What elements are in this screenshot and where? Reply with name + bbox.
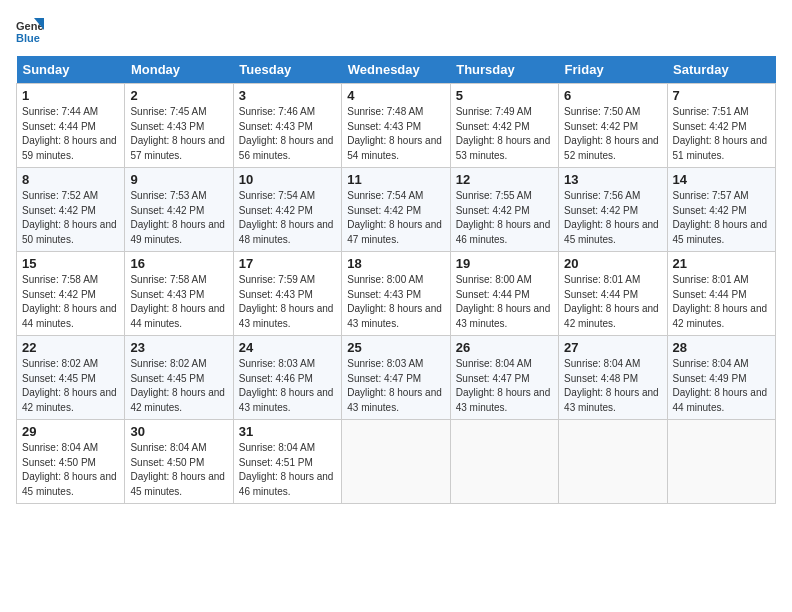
calendar-week-2: 8Sunrise: 7:52 AMSunset: 4:42 PMDaylight… (17, 168, 776, 252)
svg-text:Blue: Blue (16, 32, 40, 44)
day-info: Sunrise: 7:46 AMSunset: 4:43 PMDaylight:… (239, 105, 336, 163)
calendar-cell: 31Sunrise: 8:04 AMSunset: 4:51 PMDayligh… (233, 420, 341, 504)
day-info: Sunrise: 8:04 AMSunset: 4:47 PMDaylight:… (456, 357, 553, 415)
calendar-cell: 24Sunrise: 8:03 AMSunset: 4:46 PMDayligh… (233, 336, 341, 420)
day-number: 24 (239, 340, 336, 355)
calendar-cell: 16Sunrise: 7:58 AMSunset: 4:43 PMDayligh… (125, 252, 233, 336)
day-info: Sunrise: 7:50 AMSunset: 4:42 PMDaylight:… (564, 105, 661, 163)
day-number: 26 (456, 340, 553, 355)
calendar-cell (559, 420, 667, 504)
day-info: Sunrise: 8:04 AMSunset: 4:48 PMDaylight:… (564, 357, 661, 415)
day-number: 6 (564, 88, 661, 103)
day-number: 15 (22, 256, 119, 271)
calendar-cell: 11Sunrise: 7:54 AMSunset: 4:42 PMDayligh… (342, 168, 450, 252)
header-friday: Friday (559, 56, 667, 84)
day-number: 23 (130, 340, 227, 355)
day-info: Sunrise: 8:03 AMSunset: 4:47 PMDaylight:… (347, 357, 444, 415)
day-info: Sunrise: 8:01 AMSunset: 4:44 PMDaylight:… (673, 273, 770, 331)
calendar-cell (667, 420, 775, 504)
day-info: Sunrise: 7:59 AMSunset: 4:43 PMDaylight:… (239, 273, 336, 331)
calendar-cell (450, 420, 558, 504)
day-number: 8 (22, 172, 119, 187)
day-number: 18 (347, 256, 444, 271)
day-number: 3 (239, 88, 336, 103)
day-number: 19 (456, 256, 553, 271)
day-info: Sunrise: 7:45 AMSunset: 4:43 PMDaylight:… (130, 105, 227, 163)
day-number: 20 (564, 256, 661, 271)
day-number: 4 (347, 88, 444, 103)
calendar-cell: 9Sunrise: 7:53 AMSunset: 4:42 PMDaylight… (125, 168, 233, 252)
calendar-cell: 2Sunrise: 7:45 AMSunset: 4:43 PMDaylight… (125, 84, 233, 168)
calendar-cell: 5Sunrise: 7:49 AMSunset: 4:42 PMDaylight… (450, 84, 558, 168)
calendar-cell: 27Sunrise: 8:04 AMSunset: 4:48 PMDayligh… (559, 336, 667, 420)
calendar-cell: 30Sunrise: 8:04 AMSunset: 4:50 PMDayligh… (125, 420, 233, 504)
day-info: Sunrise: 7:44 AMSunset: 4:44 PMDaylight:… (22, 105, 119, 163)
day-info: Sunrise: 7:56 AMSunset: 4:42 PMDaylight:… (564, 189, 661, 247)
calendar-cell: 10Sunrise: 7:54 AMSunset: 4:42 PMDayligh… (233, 168, 341, 252)
calendar-header-row: SundayMondayTuesdayWednesdayThursdayFrid… (17, 56, 776, 84)
logo-icon: General Blue (16, 16, 44, 44)
day-info: Sunrise: 7:58 AMSunset: 4:43 PMDaylight:… (130, 273, 227, 331)
day-info: Sunrise: 7:57 AMSunset: 4:42 PMDaylight:… (673, 189, 770, 247)
calendar-cell (342, 420, 450, 504)
day-number: 14 (673, 172, 770, 187)
calendar-cell: 3Sunrise: 7:46 AMSunset: 4:43 PMDaylight… (233, 84, 341, 168)
calendar-table: SundayMondayTuesdayWednesdayThursdayFrid… (16, 56, 776, 504)
day-number: 29 (22, 424, 119, 439)
calendar-cell: 22Sunrise: 8:02 AMSunset: 4:45 PMDayligh… (17, 336, 125, 420)
calendar-cell: 23Sunrise: 8:02 AMSunset: 4:45 PMDayligh… (125, 336, 233, 420)
calendar-cell: 18Sunrise: 8:00 AMSunset: 4:43 PMDayligh… (342, 252, 450, 336)
calendar-cell: 7Sunrise: 7:51 AMSunset: 4:42 PMDaylight… (667, 84, 775, 168)
day-info: Sunrise: 7:51 AMSunset: 4:42 PMDaylight:… (673, 105, 770, 163)
day-info: Sunrise: 7:55 AMSunset: 4:42 PMDaylight:… (456, 189, 553, 247)
calendar-cell: 8Sunrise: 7:52 AMSunset: 4:42 PMDaylight… (17, 168, 125, 252)
day-number: 27 (564, 340, 661, 355)
calendar-cell: 15Sunrise: 7:58 AMSunset: 4:42 PMDayligh… (17, 252, 125, 336)
day-number: 22 (22, 340, 119, 355)
header-wednesday: Wednesday (342, 56, 450, 84)
header-monday: Monday (125, 56, 233, 84)
calendar-cell: 17Sunrise: 7:59 AMSunset: 4:43 PMDayligh… (233, 252, 341, 336)
calendar-cell: 19Sunrise: 8:00 AMSunset: 4:44 PMDayligh… (450, 252, 558, 336)
calendar-cell: 13Sunrise: 7:56 AMSunset: 4:42 PMDayligh… (559, 168, 667, 252)
day-number: 30 (130, 424, 227, 439)
day-info: Sunrise: 7:54 AMSunset: 4:42 PMDaylight:… (239, 189, 336, 247)
day-number: 10 (239, 172, 336, 187)
header-saturday: Saturday (667, 56, 775, 84)
day-info: Sunrise: 8:04 AMSunset: 4:50 PMDaylight:… (130, 441, 227, 499)
day-number: 28 (673, 340, 770, 355)
calendar-week-4: 22Sunrise: 8:02 AMSunset: 4:45 PMDayligh… (17, 336, 776, 420)
calendar-cell: 1Sunrise: 7:44 AMSunset: 4:44 PMDaylight… (17, 84, 125, 168)
day-number: 5 (456, 88, 553, 103)
day-info: Sunrise: 7:54 AMSunset: 4:42 PMDaylight:… (347, 189, 444, 247)
day-number: 13 (564, 172, 661, 187)
calendar-cell: 4Sunrise: 7:48 AMSunset: 4:43 PMDaylight… (342, 84, 450, 168)
day-number: 11 (347, 172, 444, 187)
header-tuesday: Tuesday (233, 56, 341, 84)
day-number: 17 (239, 256, 336, 271)
day-info: Sunrise: 8:01 AMSunset: 4:44 PMDaylight:… (564, 273, 661, 331)
day-info: Sunrise: 8:02 AMSunset: 4:45 PMDaylight:… (22, 357, 119, 415)
calendar-cell: 12Sunrise: 7:55 AMSunset: 4:42 PMDayligh… (450, 168, 558, 252)
day-number: 12 (456, 172, 553, 187)
day-info: Sunrise: 7:49 AMSunset: 4:42 PMDaylight:… (456, 105, 553, 163)
calendar-cell: 26Sunrise: 8:04 AMSunset: 4:47 PMDayligh… (450, 336, 558, 420)
calendar-week-3: 15Sunrise: 7:58 AMSunset: 4:42 PMDayligh… (17, 252, 776, 336)
day-info: Sunrise: 7:58 AMSunset: 4:42 PMDaylight:… (22, 273, 119, 331)
day-info: Sunrise: 8:02 AMSunset: 4:45 PMDaylight:… (130, 357, 227, 415)
calendar-cell: 25Sunrise: 8:03 AMSunset: 4:47 PMDayligh… (342, 336, 450, 420)
day-info: Sunrise: 7:53 AMSunset: 4:42 PMDaylight:… (130, 189, 227, 247)
logo: General Blue (16, 16, 48, 44)
day-number: 2 (130, 88, 227, 103)
day-info: Sunrise: 8:04 AMSunset: 4:50 PMDaylight:… (22, 441, 119, 499)
day-number: 7 (673, 88, 770, 103)
calendar-cell: 28Sunrise: 8:04 AMSunset: 4:49 PMDayligh… (667, 336, 775, 420)
header-thursday: Thursday (450, 56, 558, 84)
calendar-cell: 14Sunrise: 7:57 AMSunset: 4:42 PMDayligh… (667, 168, 775, 252)
calendar-cell: 20Sunrise: 8:01 AMSunset: 4:44 PMDayligh… (559, 252, 667, 336)
day-info: Sunrise: 8:00 AMSunset: 4:44 PMDaylight:… (456, 273, 553, 331)
day-number: 21 (673, 256, 770, 271)
calendar-week-5: 29Sunrise: 8:04 AMSunset: 4:50 PMDayligh… (17, 420, 776, 504)
header-sunday: Sunday (17, 56, 125, 84)
day-number: 9 (130, 172, 227, 187)
